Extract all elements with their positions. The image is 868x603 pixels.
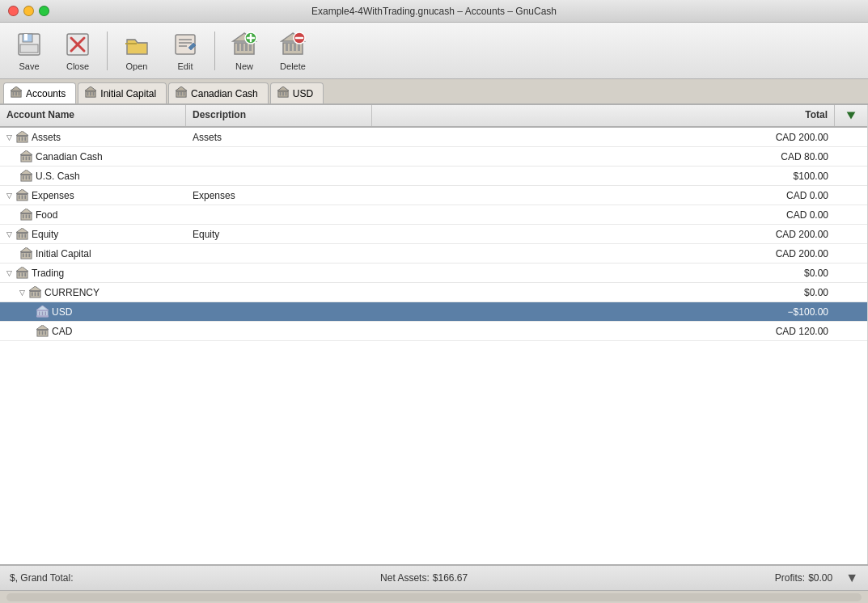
edit-label: Edit [178, 61, 193, 71]
cell-extra [835, 310, 867, 314]
svg-rect-84 [28, 254, 30, 258]
cell-total: CAD 120.00 [372, 323, 835, 339]
cell-extra [835, 232, 867, 237]
table-row-selected[interactable]: USD −$100.00 [0, 302, 867, 322]
new-icon [230, 30, 259, 59]
bank-icon [19, 170, 32, 183]
svg-rect-63 [25, 176, 27, 180]
svg-rect-14 [237, 43, 239, 51]
close-button[interactable] [8, 6, 19, 16]
svg-rect-42 [180, 92, 182, 95]
cell-description [186, 251, 372, 256]
cell-total: $0.00 [372, 285, 835, 301]
cell-account-name: ▽ Trading [0, 264, 186, 282]
edit-icon [171, 30, 200, 59]
open-button[interactable]: Open [114, 27, 159, 74]
svg-rect-43 [184, 92, 185, 95]
cell-total: CAD 200.00 [372, 246, 835, 262]
cell-account-name: Initial Capital [0, 245, 186, 263]
svg-rect-83 [25, 254, 27, 258]
tab-initial-capital-icon [85, 86, 96, 100]
delete-label: Delete [280, 61, 306, 71]
table-row[interactable]: ▽ CURRENCY $0.00 [0, 283, 867, 302]
delete-button[interactable]: Delete [270, 27, 315, 74]
account-name-text: Expenses [32, 190, 74, 201]
svg-rect-99 [44, 312, 46, 316]
edit-button[interactable]: Edit [163, 27, 208, 74]
cell-total: $100.00 [372, 168, 835, 184]
svg-rect-98 [41, 312, 43, 316]
cell-account-name: ▽ CURRENCY [0, 284, 186, 302]
svg-rect-23 [286, 43, 288, 51]
net-assets-label: Net Assets: [380, 572, 430, 584]
table-row[interactable]: Initial Capital CAD 200.00 [0, 244, 867, 264]
minimize-button[interactable] [23, 6, 34, 16]
svg-rect-105 [44, 331, 46, 335]
new-button[interactable]: New [222, 27, 267, 74]
tab-accounts[interactable]: Accounts [3, 82, 76, 103]
svg-rect-46 [279, 92, 281, 95]
table-header: Account Name Description Total [0, 105, 867, 128]
save-button[interactable]: Save [6, 27, 52, 74]
toolbar: Save Close Open [0, 23, 868, 79]
svg-rect-88 [21, 273, 23, 277]
svg-rect-72 [22, 215, 23, 219]
bank-icon [36, 306, 49, 318]
svg-marker-91 [29, 286, 41, 291]
tab-initial-capital[interactable]: Initial Capital [78, 82, 167, 103]
table-row[interactable]: CAD CAD 120.00 [0, 322, 867, 341]
table-row[interactable]: ▽ Trading $0.00 [0, 264, 867, 283]
account-name-text: Equity [32, 229, 58, 240]
svg-marker-102 [36, 325, 49, 330]
svg-marker-61 [20, 170, 32, 175]
tabbar: Accounts Initial Capital Canadian Cash [0, 79, 868, 105]
account-name-text: Canadian Cash [36, 151, 103, 162]
expand-arrow: ▽ [19, 289, 25, 297]
account-name-text: USD [52, 306, 72, 318]
svg-marker-56 [20, 150, 32, 155]
expand-arrow: ▽ [6, 269, 12, 277]
svg-rect-32 [15, 92, 17, 95]
tab-canadian-cash[interactable]: Canadian Cash [168, 82, 269, 103]
maximize-button[interactable] [39, 6, 49, 16]
bank-icon [15, 228, 28, 241]
cell-extra [835, 193, 867, 198]
cell-total: CAD 0.00 [372, 188, 835, 204]
svg-marker-49 [847, 112, 856, 120]
tab-canadian-cash-icon [176, 86, 187, 100]
svg-rect-36 [87, 92, 89, 95]
toolbar-separator-1 [107, 32, 108, 70]
tab-accounts-label: Accounts [26, 88, 66, 99]
cell-description: Expenses [186, 188, 372, 204]
svg-rect-77 [18, 234, 19, 238]
expand-arrow: ▽ [6, 230, 12, 238]
svg-rect-67 [18, 196, 19, 200]
svg-rect-48 [285, 92, 286, 95]
tab-usd[interactable]: USD [270, 82, 324, 103]
header-sort[interactable] [835, 105, 867, 126]
table-row[interactable]: U.S. Cash $100.00 [0, 167, 867, 186]
close-toolbar-button[interactable]: Close [55, 27, 100, 74]
cell-total: CAD 0.00 [372, 207, 835, 223]
svg-rect-87 [18, 273, 19, 277]
svg-rect-69 [24, 196, 26, 200]
table-row[interactable]: ▽ Assets Assets CAD 200.00 [0, 128, 867, 147]
svg-marker-66 [16, 189, 28, 194]
window-title: Example4-4WithTrading.gnucash – Accounts… [311, 6, 557, 17]
cell-description [186, 154, 372, 159]
statusbar-dropdown-arrow[interactable]: ▼ [845, 571, 858, 585]
cell-total: −$100.00 [372, 304, 835, 320]
expand-arrow: ▽ [6, 192, 12, 200]
table-row[interactable]: ▽ Expenses Expenses CAD 0.00 [0, 186, 867, 205]
svg-rect-89 [24, 273, 26, 277]
svg-rect-57 [22, 157, 23, 161]
delete-icon [278, 30, 307, 59]
table-row[interactable]: Canadian Cash CAD 80.00 [0, 147, 867, 167]
horizontal-scrollbar[interactable] [6, 593, 862, 601]
table-row[interactable]: ▽ Equity Equity CAD 200.00 [0, 225, 867, 244]
table-row[interactable]: Food CAD 0.00 [0, 205, 867, 225]
cell-total: CAD 200.00 [372, 226, 835, 242]
svg-rect-100 [36, 315, 49, 317]
svg-marker-30 [11, 86, 22, 91]
cell-total: CAD 200.00 [372, 129, 835, 145]
